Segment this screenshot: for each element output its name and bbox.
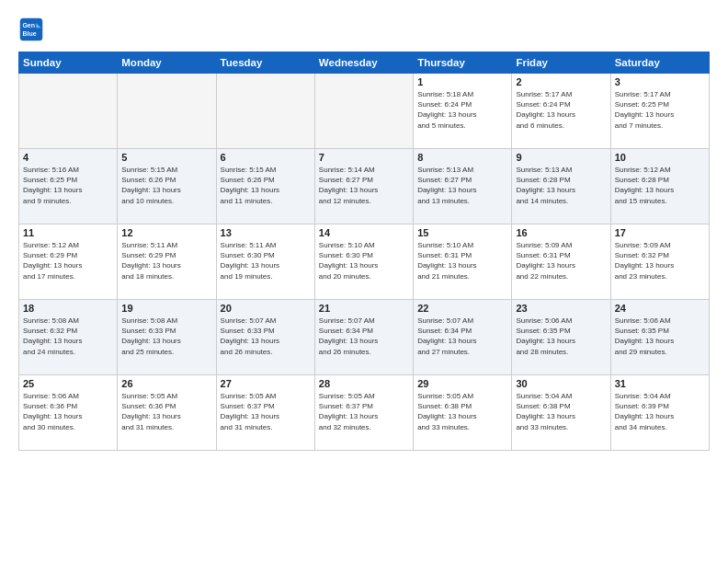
day-info: Sunrise: 5:15 AM Sunset: 6:26 PM Dayligh… [121,165,211,206]
page: Gen Blue SundayMondayTuesdayWednesdayThu… [0,0,728,563]
calendar-cell: 26Sunrise: 5:05 AM Sunset: 6:36 PM Dayli… [118,375,216,451]
day-info: Sunrise: 5:17 AM Sunset: 6:24 PM Dayligh… [516,89,606,131]
day-info: Sunrise: 5:07 AM Sunset: 6:34 PM Dayligh… [319,316,409,357]
calendar-cell: 30Sunrise: 5:04 AM Sunset: 6:38 PM Dayli… [512,375,610,451]
day-info: Sunrise: 5:04 AM Sunset: 6:39 PM Dayligh… [615,391,705,432]
svg-text:Blue: Blue [22,30,36,37]
calendar-week-3: 11Sunrise: 5:12 AM Sunset: 6:29 PM Dayli… [19,224,710,300]
day-number: 24 [615,303,705,314]
calendar-cell: 8Sunrise: 5:13 AM Sunset: 6:27 PM Daylig… [414,149,512,224]
day-number: 10 [615,152,705,163]
calendar-cell: 6Sunrise: 5:15 AM Sunset: 6:26 PM Daylig… [216,149,314,224]
day-number: 4 [23,152,113,163]
calendar-week-2: 4Sunrise: 5:16 AM Sunset: 6:25 PM Daylig… [19,149,710,224]
day-number: 22 [417,303,507,314]
calendar-week-4: 18Sunrise: 5:08 AM Sunset: 6:32 PM Dayli… [19,300,710,375]
weekday-header-tuesday: Tuesday [216,52,314,74]
day-number: 6 [221,152,311,163]
weekday-header-wednesday: Wednesday [314,52,413,74]
day-info: Sunrise: 5:06 AM Sunset: 6:35 PM Dayligh… [516,316,606,357]
day-info: Sunrise: 5:05 AM Sunset: 6:37 PM Dayligh… [221,391,311,432]
day-number: 13 [221,227,311,238]
calendar-cell: 15Sunrise: 5:10 AM Sunset: 6:31 PM Dayli… [414,224,512,300]
day-number: 7 [319,152,409,163]
day-number: 11 [23,227,113,238]
calendar-cell: 22Sunrise: 5:07 AM Sunset: 6:34 PM Dayli… [414,300,512,375]
day-number: 5 [121,152,211,163]
calendar-cell: 9Sunrise: 5:13 AM Sunset: 6:28 PM Daylig… [512,149,610,224]
day-number: 26 [121,378,211,389]
day-info: Sunrise: 5:14 AM Sunset: 6:27 PM Dayligh… [319,165,409,206]
day-info: Sunrise: 5:11 AM Sunset: 6:29 PM Dayligh… [121,240,211,282]
calendar-cell: 25Sunrise: 5:06 AM Sunset: 6:36 PM Dayli… [19,375,118,451]
day-info: Sunrise: 5:11 AM Sunset: 6:30 PM Dayligh… [221,240,311,282]
logo-icon: Gen Blue [18,17,44,42]
day-info: Sunrise: 5:06 AM Sunset: 6:35 PM Dayligh… [615,316,705,357]
day-number: 12 [121,227,211,238]
day-info: Sunrise: 5:05 AM Sunset: 6:36 PM Dayligh… [121,391,211,432]
day-info: Sunrise: 5:17 AM Sunset: 6:25 PM Dayligh… [615,89,705,131]
day-info: Sunrise: 5:10 AM Sunset: 6:31 PM Dayligh… [417,240,507,282]
day-info: Sunrise: 5:09 AM Sunset: 6:32 PM Dayligh… [615,240,705,282]
day-info: Sunrise: 5:07 AM Sunset: 6:33 PM Dayligh… [221,316,311,357]
calendar-cell: 19Sunrise: 5:08 AM Sunset: 6:33 PM Dayli… [118,300,216,375]
calendar-cell: 7Sunrise: 5:14 AM Sunset: 6:27 PM Daylig… [314,149,413,224]
day-number: 28 [319,378,409,389]
day-info: Sunrise: 5:09 AM Sunset: 6:31 PM Dayligh… [516,240,606,282]
svg-text:Gen: Gen [22,22,35,29]
calendar-cell [118,74,216,149]
calendar-cell: 12Sunrise: 5:11 AM Sunset: 6:29 PM Dayli… [118,224,216,300]
day-info: Sunrise: 5:13 AM Sunset: 6:28 PM Dayligh… [516,165,606,206]
calendar-cell: 10Sunrise: 5:12 AM Sunset: 6:28 PM Dayli… [610,149,709,224]
calendar-cell [216,74,314,149]
calendar-cell: 14Sunrise: 5:10 AM Sunset: 6:30 PM Dayli… [314,224,413,300]
day-info: Sunrise: 5:07 AM Sunset: 6:34 PM Dayligh… [417,316,507,357]
calendar-week-5: 25Sunrise: 5:06 AM Sunset: 6:36 PM Dayli… [19,375,710,451]
calendar-cell: 24Sunrise: 5:06 AM Sunset: 6:35 PM Dayli… [610,300,709,375]
day-number: 25 [23,378,113,389]
day-number: 19 [121,303,211,314]
day-info: Sunrise: 5:15 AM Sunset: 6:26 PM Dayligh… [221,165,311,206]
weekday-header-row: SundayMondayTuesdayWednesdayThursdayFrid… [19,52,710,74]
calendar-table: SundayMondayTuesdayWednesdayThursdayFrid… [18,52,710,451]
day-info: Sunrise: 5:05 AM Sunset: 6:37 PM Dayligh… [319,391,409,432]
calendar-cell: 31Sunrise: 5:04 AM Sunset: 6:39 PM Dayli… [610,375,709,451]
day-info: Sunrise: 5:13 AM Sunset: 6:27 PM Dayligh… [417,165,507,206]
day-number: 15 [417,227,507,238]
day-number: 9 [516,152,606,163]
calendar-cell [19,74,118,149]
calendar-cell: 11Sunrise: 5:12 AM Sunset: 6:29 PM Dayli… [19,224,118,300]
day-number: 20 [221,303,311,314]
day-number: 17 [615,227,705,238]
calendar-cell: 17Sunrise: 5:09 AM Sunset: 6:32 PM Dayli… [610,224,709,300]
day-info: Sunrise: 5:08 AM Sunset: 6:33 PM Dayligh… [121,316,211,357]
day-number: 23 [516,303,606,314]
day-info: Sunrise: 5:04 AM Sunset: 6:38 PM Dayligh… [516,391,606,432]
weekday-header-saturday: Saturday [610,52,709,74]
calendar-cell: 29Sunrise: 5:05 AM Sunset: 6:38 PM Dayli… [414,375,512,451]
calendar-cell: 18Sunrise: 5:08 AM Sunset: 6:32 PM Dayli… [19,300,118,375]
day-number: 31 [615,378,705,389]
weekday-header-thursday: Thursday [414,52,512,74]
day-number: 8 [417,152,507,163]
day-info: Sunrise: 5:16 AM Sunset: 6:25 PM Dayligh… [23,165,113,206]
calendar-cell: 13Sunrise: 5:11 AM Sunset: 6:30 PM Dayli… [216,224,314,300]
day-number: 21 [319,303,409,314]
weekday-header-friday: Friday [512,52,610,74]
day-info: Sunrise: 5:12 AM Sunset: 6:29 PM Dayligh… [23,240,113,282]
header: Gen Blue [18,17,710,42]
calendar-cell: 1Sunrise: 5:18 AM Sunset: 6:24 PM Daylig… [414,74,512,149]
day-number: 16 [516,227,606,238]
day-info: Sunrise: 5:05 AM Sunset: 6:38 PM Dayligh… [417,391,507,432]
day-number: 27 [221,378,311,389]
weekday-header-sunday: Sunday [19,52,118,74]
calendar-cell: 20Sunrise: 5:07 AM Sunset: 6:33 PM Dayli… [216,300,314,375]
day-info: Sunrise: 5:08 AM Sunset: 6:32 PM Dayligh… [23,316,113,357]
day-number: 14 [319,227,409,238]
calendar-cell: 5Sunrise: 5:15 AM Sunset: 6:26 PM Daylig… [118,149,216,224]
logo: Gen Blue [18,17,48,42]
calendar-cell: 3Sunrise: 5:17 AM Sunset: 6:25 PM Daylig… [610,74,709,149]
calendar-cell: 28Sunrise: 5:05 AM Sunset: 6:37 PM Dayli… [314,375,413,451]
calendar-cell: 27Sunrise: 5:05 AM Sunset: 6:37 PM Dayli… [216,375,314,451]
calendar-cell: 21Sunrise: 5:07 AM Sunset: 6:34 PM Dayli… [314,300,413,375]
